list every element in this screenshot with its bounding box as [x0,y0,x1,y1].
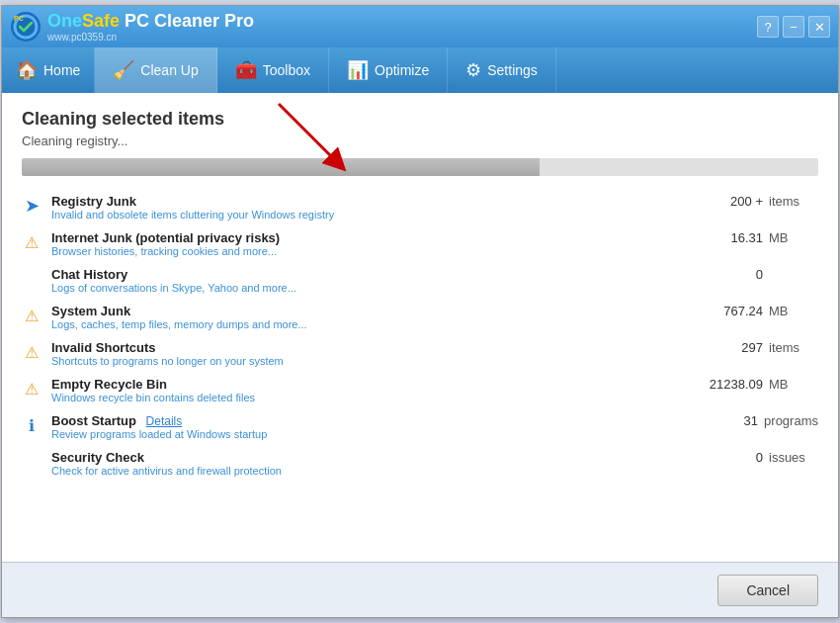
progress-bar-background [22,158,818,176]
warning-icon: ⚠ [22,306,42,325]
item-desc-recycle: Windows recycle bin contains deleted fil… [51,392,690,403]
list-item: ⚠ System Junk Logs, caches, temp files, … [22,304,818,330]
item-desc-startup: Review programs loaded at Windows startu… [51,428,689,440]
list-item: ⚠ Empty Recycle Bin Windows recycle bin … [22,377,818,403]
item-content-shortcuts: Invalid Shortcuts Shortcuts to programs … [51,340,690,367]
window-controls: ? − ✕ [757,16,830,38]
nav-item-cleanup[interactable]: 🧹 Clean Up [95,47,216,93]
subtitle-url: www.pc0359.cn [47,32,254,43]
progress-bar-fill [22,158,540,176]
optimize-icon: 📊 [347,59,369,81]
item-value-shortcuts: 297 items [700,340,818,355]
warning-icon: ⚠ [22,379,42,399]
item-number-shortcuts: 297 [704,340,763,355]
item-number-registry: 200 + [704,194,763,209]
nav-label-optimize: Optimize [375,62,429,78]
home-icon: 🏠 [16,59,38,81]
progress-container [22,158,818,176]
list-item: ℹ Boost Startup Details Review programs … [22,413,818,440]
item-title-shortcuts: Invalid Shortcuts [51,340,690,355]
item-number-startup: 31 [699,413,758,428]
title-area: OneSafe PC Cleaner Pro www.pc0359.cn [47,11,254,43]
arrow-right-icon: ➤ [22,196,42,216]
items-list: ➤ Registry Junk Invalid and obsolete ite… [22,194,818,477]
item-content-recycle: Empty Recycle Bin Windows recycle bin co… [51,377,690,403]
nav-item-home[interactable]: 🏠 Home [2,47,95,93]
nav-label-cleanup: Clean Up [140,62,198,78]
item-content-system: System Junk Logs, caches, temp files, me… [51,304,690,330]
item-desc-security: Check for active antivirus and firewall … [51,465,690,477]
warning-icon: ⚠ [22,232,42,252]
item-desc-registry: Invalid and obsolete items cluttering yo… [51,209,690,221]
info-icon: ℹ [22,415,42,435]
item-content-internet: Internet Junk (potential privacy risks) … [51,230,690,257]
item-content-chat: Chat History Logs of conversations in Sk… [51,267,690,294]
item-content-registry: Registry Junk Invalid and obsolete items… [51,194,690,221]
item-number-internet: 16.31 [704,230,763,245]
item-number-chat: 0 [704,267,763,282]
item-title-security: Security Check [51,450,690,465]
nav-bar: 🏠 Home 🧹 Clean Up 🧰 Toolbox 📊 Optimize ⚙… [2,47,838,93]
nav-label-toolbox: Toolbox [263,62,310,78]
item-desc-shortcuts: Shortcuts to programs no longer on your … [51,355,690,367]
cleaning-status: Cleaning registry... [22,134,818,148]
list-item: ⚠ Internet Junk (potential privacy risks… [22,230,818,257]
app-logo: PC [10,11,42,43]
minimize-button[interactable]: − [783,16,804,38]
list-item: Chat History Logs of conversations in Sk… [22,267,818,294]
item-desc-internet: Browser histories, tracking cookies and … [51,245,690,257]
nav-item-settings[interactable]: ⚙ Settings [448,47,556,93]
item-number-recycle: 21238.09 [704,377,763,392]
cancel-button[interactable]: Cancel [717,575,818,606]
item-number-system: 767.24 [704,304,763,318]
item-unit-shortcuts: items [769,340,818,355]
list-item: Security Check Check for active antiviru… [22,450,818,477]
item-content-security: Security Check Check for active antiviru… [51,450,690,477]
toolbox-icon: 🧰 [235,59,257,81]
footer-bar: Cancel [2,562,838,617]
nav-item-optimize[interactable]: 📊 Optimize [329,47,448,93]
svg-text:PC: PC [14,15,24,22]
item-title-system: System Junk [51,304,690,318]
content-area: Cleaning selected items Cleaning registr… [2,93,838,562]
item-unit-security: issues [769,450,818,465]
item-value-startup: 31 programs [699,413,818,428]
warning-icon: ⚠ [22,342,42,362]
main-window: PC OneSafe PC Cleaner Pro www.pc0359.cn … [1,5,839,618]
item-value-internet: 16.31 MB [700,230,818,245]
settings-icon: ⚙ [465,59,481,81]
item-value-registry: 200 + items [700,194,818,209]
item-value-chat: 0 [700,267,818,282]
item-unit-registry: items [769,194,818,209]
item-content-startup: Boost Startup Details Review programs lo… [51,413,689,440]
item-value-recycle: 21238.09 MB [700,377,818,392]
help-button[interactable]: ? [757,16,779,38]
nav-label-settings: Settings [487,62,538,78]
item-title-recycle: Empty Recycle Bin [51,377,690,392]
cleanup-icon: 🧹 [113,59,134,81]
item-desc-chat: Logs of conversations in Skype, Yahoo an… [51,282,690,294]
item-title-registry: Registry Junk [51,194,690,209]
item-title-chat: Chat History [51,267,690,282]
list-item: ⚠ Invalid Shortcuts Shortcuts to program… [22,340,818,367]
item-value-system: 767.24 MB [700,304,818,318]
item-title-internet: Internet Junk (potential privacy risks) [51,230,690,245]
item-unit-startup: programs [764,413,818,428]
empty-icon [22,269,42,289]
title-bar: PC OneSafe PC Cleaner Pro www.pc0359.cn … [2,6,838,47]
app-title: OneSafe PC Cleaner Pro [47,11,254,32]
section-title: Cleaning selected items [22,109,818,130]
item-title-startup: Boost Startup Details [51,413,689,428]
item-desc-system: Logs, caches, temp files, memory dumps a… [51,318,690,330]
item-number-security: 0 [704,450,763,465]
item-value-security: 0 issues [700,450,818,465]
list-item: ➤ Registry Junk Invalid and obsolete ite… [22,194,818,221]
close-button[interactable]: ✕ [808,16,830,38]
item-unit-internet: MB [769,230,818,245]
item-unit-recycle: MB [769,377,818,392]
nav-item-toolbox[interactable]: 🧰 Toolbox [217,47,329,93]
details-link[interactable]: Details [146,414,183,428]
empty-icon [22,452,42,472]
item-unit-system: MB [769,304,818,318]
nav-label-home: Home [43,62,80,78]
